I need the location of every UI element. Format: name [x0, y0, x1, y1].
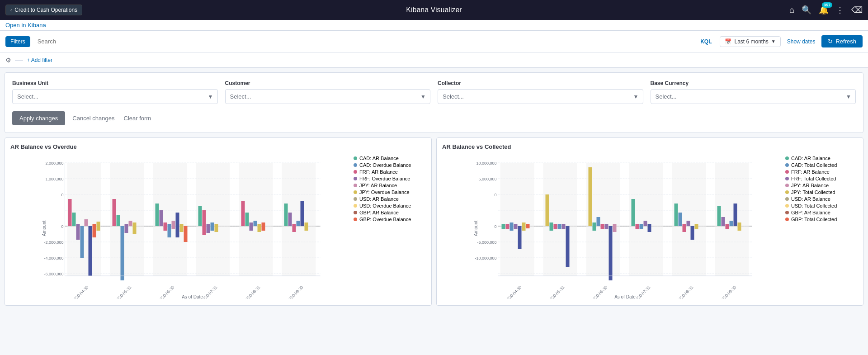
chart2-legend: CAD: AR Balance CAD: Total Collected FRF…: [785, 154, 858, 300]
svg-rect-26: [76, 224, 80, 240]
svg-rect-96: [510, 222, 514, 231]
search-input[interactable]: [34, 36, 693, 47]
svg-rect-36: [129, 221, 132, 226]
svg-text:As of Date: As of Date: [182, 294, 203, 298]
legend-item: CAD: Total Collected: [785, 162, 858, 168]
svg-text:0: 0: [494, 193, 496, 197]
svg-text:1,000,000: 1,000,000: [45, 177, 63, 181]
legend-item: CAD: Overdue Balance: [354, 162, 426, 168]
svg-rect-109: [597, 217, 600, 226]
svg-rect-61: [301, 201, 304, 226]
legend-dot: [785, 211, 789, 214]
svg-text:0: 0: [61, 224, 63, 229]
refresh-button[interactable]: ↻ Refresh: [821, 35, 863, 47]
control-actions: Apply changes Cancel changes Clear form: [12, 111, 856, 125]
svg-rect-126: [722, 217, 725, 226]
svg-rect-37: [133, 222, 137, 234]
add-filter-link[interactable]: + Add filter: [27, 57, 52, 63]
home-icon[interactable]: ⌂: [789, 5, 794, 15]
legend-item: JPY: Total Collected: [785, 189, 858, 195]
nav-icons: ⌂ 🔍 🔔 357 ⋮ ⌫: [789, 5, 863, 15]
open-in-kibana-link[interactable]: Open in Kibana: [0, 20, 52, 30]
kql-button[interactable]: KQL: [697, 38, 715, 45]
legend-label: JPY: AR Balance: [359, 183, 397, 188]
legend-item: USD: Total Collected: [785, 203, 858, 208]
clear-form-button[interactable]: Clear form: [122, 111, 153, 125]
svg-rect-46: [198, 206, 202, 226]
gear-icon[interactable]: ⚙: [5, 57, 11, 64]
svg-rect-125: [717, 206, 721, 226]
legend-item: USD: Overdue Balance: [354, 203, 426, 208]
show-dates-button[interactable]: Show dates: [785, 38, 817, 45]
svg-rect-88: [500, 163, 534, 276]
svg-text:2020-07-31: 2020-07-31: [633, 285, 651, 298]
svg-text:2020-09-30: 2020-09-30: [286, 285, 304, 298]
legend-dot: [354, 170, 357, 174]
legend-label: GBP: AR Balance: [791, 210, 830, 215]
date-range-button[interactable]: 📅 Last 6 months ▼: [720, 36, 780, 47]
legend-item: GBP: Total Collected: [785, 217, 858, 222]
legend-dot: [354, 218, 357, 221]
add-filter-row: ⚙ — + Add filter: [0, 52, 868, 68]
base-currency-wrapper: Select... ▼: [651, 89, 856, 104]
svg-rect-24: [68, 199, 72, 226]
chart2-container: Amount 10,000,000 5,000,000 0 0 -5,000: [442, 154, 858, 300]
svg-rect-127: [726, 224, 729, 229]
svg-text:-10,000,000: -10,000,000: [475, 256, 496, 260]
legend-item: GBP: Overdue Balance: [354, 217, 426, 222]
search-icon[interactable]: 🔍: [802, 5, 811, 15]
cancel-changes-button[interactable]: Cancel changes: [71, 111, 116, 125]
legend-label: GBP: Overdue Balance: [359, 217, 411, 222]
svg-text:2020-09-30: 2020-09-30: [719, 285, 737, 298]
chart1-legend: CAD: AR Balance CAD: Overdue Balance FRF…: [354, 154, 426, 300]
svg-rect-47: [203, 210, 206, 235]
refresh-icon: ↻: [828, 38, 833, 45]
svg-rect-101: [546, 194, 549, 226]
svg-rect-39: [160, 210, 163, 226]
svg-rect-35: [125, 224, 128, 233]
svg-rect-45: [184, 226, 188, 242]
legend-label: JPY: Total Collected: [791, 189, 835, 195]
chevron-left-icon: ‹: [10, 8, 12, 13]
svg-text:2020-04-30: 2020-04-30: [71, 285, 90, 298]
legend-item: USD: AR Balance: [785, 196, 858, 202]
legend-dot: [785, 190, 789, 194]
close-icon[interactable]: ⌫: [851, 5, 863, 15]
svg-rect-118: [648, 224, 651, 232]
notification-badge: 357: [822, 2, 832, 8]
svg-rect-49: [211, 222, 214, 231]
business-unit-select[interactable]: Select...: [12, 89, 218, 104]
base-currency-select[interactable]: Select...: [651, 89, 856, 104]
svg-text:Amount: Amount: [473, 221, 478, 237]
svg-rect-108: [593, 222, 596, 231]
svg-rect-27: [80, 226, 84, 258]
svg-rect-112: [609, 226, 613, 280]
legend-label: GBP: AR Balance: [359, 210, 399, 215]
legend-item: JPY: AR Balance: [354, 183, 426, 188]
notification-icon[interactable]: 🔔 357: [819, 5, 829, 15]
legend-dot: [785, 204, 789, 208]
svg-rect-106: [566, 226, 570, 267]
apply-changes-button[interactable]: Apply changes: [12, 111, 65, 125]
svg-rect-99: [522, 222, 526, 231]
customer-select[interactable]: Select...: [225, 89, 431, 104]
legend-item: FRF: AR Balance: [354, 169, 426, 175]
svg-rect-120: [679, 213, 682, 226]
business-unit-wrapper: Select... ▼: [12, 89, 218, 104]
legend-label: GBP: Total Collected: [791, 217, 837, 222]
svg-rect-121: [683, 224, 686, 232]
svg-text:-5,000,000: -5,000,000: [477, 240, 496, 245]
legend-item: GBP: AR Balance: [354, 210, 426, 215]
svg-text:-4,000,000: -4,000,000: [44, 256, 63, 260]
back-button[interactable]: ‹ Credit to Cash Operations: [5, 5, 82, 15]
more-icon[interactable]: ⋮: [836, 5, 844, 15]
svg-text:Amount: Amount: [42, 221, 47, 237]
svg-rect-116: [640, 224, 643, 229]
legend-dot: [354, 197, 357, 201]
business-unit-control: Business Unit Select... ▼: [12, 80, 218, 104]
svg-rect-103: [554, 224, 557, 229]
customer-label: Customer: [225, 80, 431, 86]
filters-tab[interactable]: Filters: [5, 36, 30, 47]
svg-rect-62: [305, 222, 308, 231]
collector-select[interactable]: Select...: [438, 89, 643, 104]
